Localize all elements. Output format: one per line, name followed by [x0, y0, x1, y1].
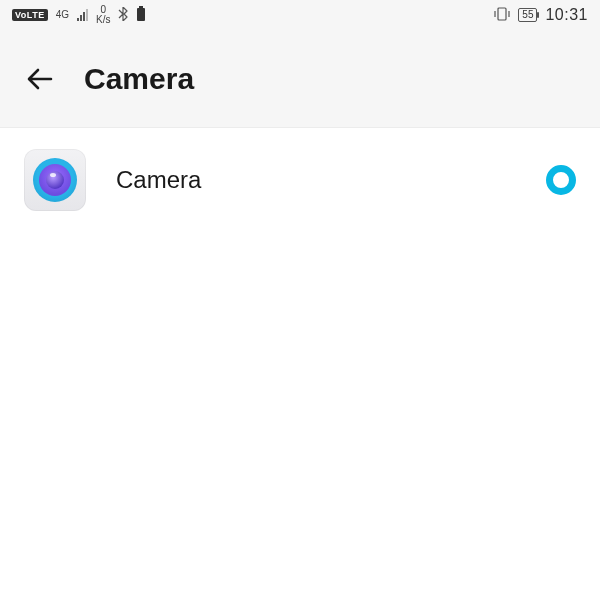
battery-full-icon [136, 6, 146, 25]
arrow-left-icon [25, 64, 55, 94]
status-right: 55 10:31 [494, 6, 588, 24]
status-left: VoLTE 4G 0 K/s [12, 5, 146, 25]
data-speed: 0 K/s [96, 5, 110, 25]
svg-rect-0 [137, 8, 145, 21]
vibrate-icon [494, 7, 510, 24]
status-bar: VoLTE 4G 0 K/s 55 10:31 [0, 0, 600, 30]
svg-rect-2 [498, 8, 506, 20]
radio-selected-icon[interactable] [546, 165, 576, 195]
bluetooth-icon [118, 7, 128, 24]
app-list: Camera [0, 128, 600, 596]
page-title: Camera [84, 62, 194, 96]
battery-level: 55 [518, 8, 537, 22]
list-item-label: Camera [116, 166, 516, 194]
data-speed-unit: K/s [96, 14, 110, 25]
signal-icon [77, 9, 88, 21]
svg-rect-1 [139, 6, 143, 8]
clock: 10:31 [545, 6, 588, 24]
network-type: 4G [56, 10, 69, 20]
camera-app-icon [24, 149, 86, 211]
settings-screen: VoLTE 4G 0 K/s 55 10:31 [0, 0, 600, 596]
list-item-camera[interactable]: Camera [24, 146, 576, 214]
header: Camera [0, 30, 600, 128]
back-button[interactable] [22, 61, 58, 97]
volte-badge: VoLTE [12, 9, 48, 21]
